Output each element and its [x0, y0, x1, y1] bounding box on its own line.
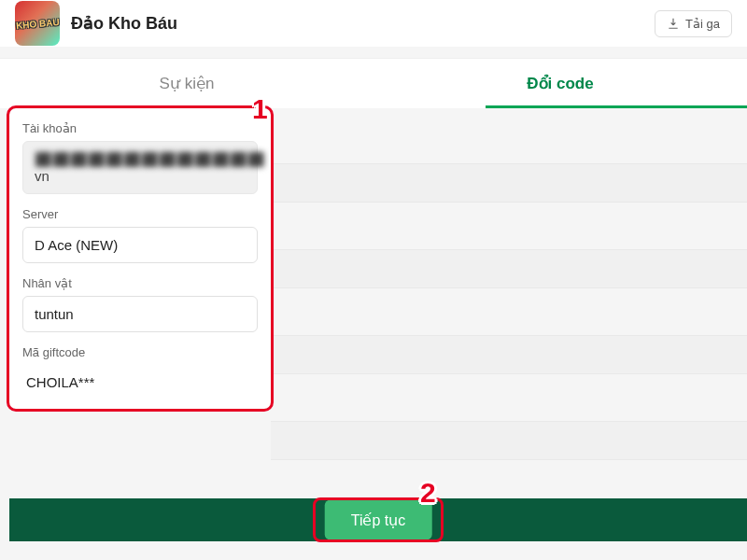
continue-button[interactable]: Tiếp tục	[9, 498, 747, 541]
background-rows	[271, 163, 747, 507]
game-icon-label: KHO BAU	[15, 16, 59, 30]
download-button[interactable]: Tải ga	[655, 10, 732, 37]
character-value: tuntun	[35, 306, 74, 322]
bg-row	[271, 421, 747, 460]
tab-redeem-label: Đổi code	[527, 75, 593, 92]
redeem-form-card: Tài khoản ⬛⬛⬛⬛⬛⬛⬛⬛⬛⬛⬛⬛⬛ vn Server D Ace …	[9, 108, 271, 409]
field-account: Tài khoản ⬛⬛⬛⬛⬛⬛⬛⬛⬛⬛⬛⬛⬛ vn	[22, 121, 258, 194]
giftcode-label: Mã giftcode	[22, 345, 258, 359]
bg-row	[271, 163, 747, 203]
server-label: Server	[22, 207, 258, 221]
giftcode-input[interactable]: CHOILA***	[22, 365, 258, 399]
server-select[interactable]: D Ace (NEW)	[22, 227, 258, 263]
giftcode-value: CHOILA***	[26, 374, 94, 390]
submit-area: Tiếp tục	[9, 498, 747, 545]
character-label: Nhân vật	[22, 276, 258, 290]
account-masked: ⬛⬛⬛⬛⬛⬛⬛⬛⬛⬛⬛⬛⬛	[35, 151, 265, 168]
header: KHO BAU Đảo Kho Báu Tải ga	[0, 0, 747, 47]
step-marker-2: 2	[420, 477, 436, 509]
page-title: Đảo Kho Báu	[71, 13, 177, 34]
step-marker-1: 1	[252, 93, 268, 125]
tab-event[interactable]: Sự kiện	[0, 59, 374, 108]
tab-redeem[interactable]: Đổi code	[374, 59, 747, 108]
account-input[interactable]: ⬛⬛⬛⬛⬛⬛⬛⬛⬛⬛⬛⬛⬛ vn	[22, 141, 258, 194]
tabs: Sự kiện Đổi code	[0, 58, 747, 108]
server-value: D Ace (NEW)	[35, 237, 118, 253]
field-server: Server D Ace (NEW)	[22, 207, 258, 263]
bg-row	[271, 335, 747, 374]
download-icon	[667, 17, 680, 30]
continue-label: Tiếp tục	[325, 500, 432, 540]
field-giftcode: Mã giftcode CHOILA***	[22, 345, 258, 399]
account-suffix: vn	[35, 168, 49, 184]
tab-event-label: Sự kiện	[160, 75, 215, 92]
bg-row	[271, 249, 747, 288]
download-label: Tải ga	[685, 17, 720, 31]
header-left: KHO BAU Đảo Kho Báu	[15, 1, 177, 46]
game-icon: KHO BAU	[15, 1, 60, 46]
character-select[interactable]: tuntun	[22, 296, 258, 332]
field-character: Nhân vật tuntun	[22, 276, 258, 332]
account-label: Tài khoản	[22, 121, 258, 135]
